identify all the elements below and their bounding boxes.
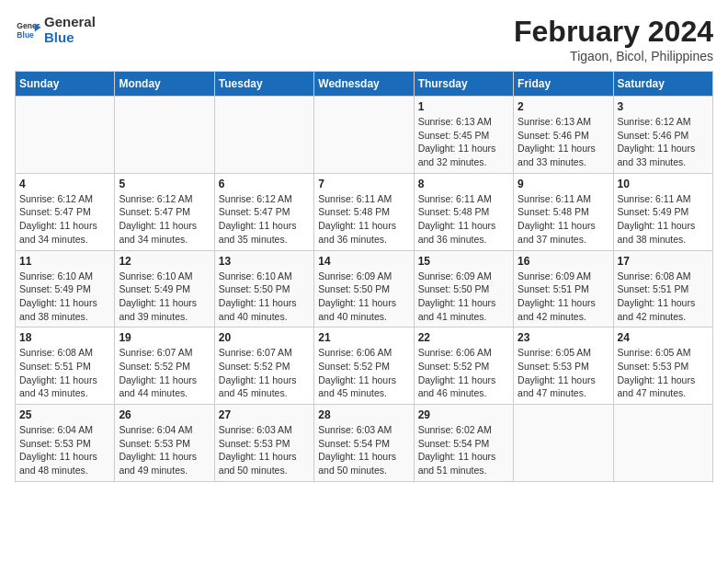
day-number: 12 bbox=[119, 255, 210, 268]
table-cell: 6Sunrise: 6:12 AM Sunset: 5:47 PM Daylig… bbox=[214, 173, 313, 250]
day-info: Sunrise: 6:04 AM Sunset: 5:53 PM Dayligh… bbox=[19, 423, 110, 477]
day-number: 5 bbox=[119, 178, 210, 190]
col-monday: Monday bbox=[115, 72, 214, 97]
table-cell: 13Sunrise: 6:10 AM Sunset: 5:50 PM Dayli… bbox=[214, 250, 313, 327]
logo-icon: General Blue bbox=[15, 17, 40, 43]
table-cell: 11Sunrise: 6:10 AM Sunset: 5:49 PM Dayli… bbox=[16, 250, 115, 327]
table-cell: 16Sunrise: 6:09 AM Sunset: 5:51 PM Dayli… bbox=[514, 250, 613, 327]
day-number: 11 bbox=[19, 255, 110, 268]
table-cell bbox=[115, 97, 214, 174]
table-cell: 8Sunrise: 6:11 AM Sunset: 5:48 PM Daylig… bbox=[414, 173, 513, 250]
day-info: Sunrise: 6:03 AM Sunset: 5:54 PM Dayligh… bbox=[318, 423, 409, 477]
day-info: Sunrise: 6:11 AM Sunset: 5:49 PM Dayligh… bbox=[618, 192, 709, 247]
day-info: Sunrise: 6:05 AM Sunset: 5:53 PM Dayligh… bbox=[518, 346, 609, 400]
table-cell: 20Sunrise: 6:07 AM Sunset: 5:52 PM Dayli… bbox=[214, 327, 313, 405]
day-info: Sunrise: 6:13 AM Sunset: 5:46 PM Dayligh… bbox=[518, 115, 609, 169]
table-cell: 3Sunrise: 6:12 AM Sunset: 5:46 PM Daylig… bbox=[613, 97, 712, 174]
day-number: 17 bbox=[618, 255, 709, 268]
table-cell: 19Sunrise: 6:07 AM Sunset: 5:52 PM Dayli… bbox=[115, 327, 214, 405]
table-cell: 4Sunrise: 6:12 AM Sunset: 5:47 PM Daylig… bbox=[16, 173, 115, 250]
table-cell: 9Sunrise: 6:11 AM Sunset: 5:48 PM Daylig… bbox=[514, 173, 613, 250]
table-cell: 17Sunrise: 6:08 AM Sunset: 5:51 PM Dayli… bbox=[613, 250, 712, 327]
day-info: Sunrise: 6:08 AM Sunset: 5:51 PM Dayligh… bbox=[19, 346, 110, 400]
week-row-1: 1Sunrise: 6:13 AM Sunset: 5:45 PM Daylig… bbox=[16, 97, 713, 174]
day-info: Sunrise: 6:09 AM Sunset: 5:51 PM Dayligh… bbox=[518, 270, 609, 324]
col-friday: Friday bbox=[514, 72, 613, 97]
day-info: Sunrise: 6:04 AM Sunset: 5:53 PM Dayligh… bbox=[119, 423, 210, 477]
day-number: 14 bbox=[318, 255, 409, 268]
week-row-4: 18Sunrise: 6:08 AM Sunset: 5:51 PM Dayli… bbox=[16, 327, 713, 405]
table-cell: 14Sunrise: 6:09 AM Sunset: 5:50 PM Dayli… bbox=[314, 250, 414, 327]
day-number: 13 bbox=[219, 255, 310, 268]
calendar-header-row: Sunday Monday Tuesday Wednesday Thursday… bbox=[16, 72, 713, 97]
table-cell: 22Sunrise: 6:06 AM Sunset: 5:52 PM Dayli… bbox=[414, 327, 513, 405]
day-number: 6 bbox=[219, 178, 310, 190]
day-number: 2 bbox=[518, 100, 609, 113]
table-cell: 18Sunrise: 6:08 AM Sunset: 5:51 PM Dayli… bbox=[16, 327, 115, 405]
day-number: 16 bbox=[518, 255, 609, 268]
day-info: Sunrise: 6:12 AM Sunset: 5:47 PM Dayligh… bbox=[19, 192, 110, 247]
week-row-3: 11Sunrise: 6:10 AM Sunset: 5:49 PM Dayli… bbox=[16, 250, 713, 327]
day-info: Sunrise: 6:12 AM Sunset: 5:47 PM Dayligh… bbox=[219, 192, 310, 247]
table-cell: 12Sunrise: 6:10 AM Sunset: 5:49 PM Dayli… bbox=[115, 250, 214, 327]
location: Tigaon, Bicol, Philippines bbox=[514, 49, 713, 63]
day-info: Sunrise: 6:03 AM Sunset: 5:53 PM Dayligh… bbox=[219, 423, 310, 477]
table-cell: 28Sunrise: 6:03 AM Sunset: 5:54 PM Dayli… bbox=[314, 405, 414, 482]
logo-general: General bbox=[44, 14, 96, 29]
day-info: Sunrise: 6:11 AM Sunset: 5:48 PM Dayligh… bbox=[518, 192, 609, 247]
table-cell: 24Sunrise: 6:05 AM Sunset: 5:53 PM Dayli… bbox=[613, 327, 712, 405]
table-cell: 29Sunrise: 6:02 AM Sunset: 5:54 PM Dayli… bbox=[414, 405, 513, 482]
week-row-2: 4Sunrise: 6:12 AM Sunset: 5:47 PM Daylig… bbox=[16, 173, 713, 250]
title-block: February 2024 Tigaon, Bicol, Philippines bbox=[514, 15, 713, 63]
table-cell: 26Sunrise: 6:04 AM Sunset: 5:53 PM Dayli… bbox=[115, 405, 214, 482]
table-cell: 10Sunrise: 6:11 AM Sunset: 5:49 PM Dayli… bbox=[613, 173, 712, 250]
day-number: 24 bbox=[618, 331, 709, 344]
day-info: Sunrise: 6:06 AM Sunset: 5:52 PM Dayligh… bbox=[418, 346, 509, 400]
day-number: 21 bbox=[318, 331, 409, 344]
day-number: 22 bbox=[418, 331, 509, 344]
col-saturday: Saturday bbox=[613, 72, 712, 97]
day-number: 19 bbox=[119, 331, 210, 344]
day-info: Sunrise: 6:05 AM Sunset: 5:53 PM Dayligh… bbox=[618, 346, 709, 400]
day-number: 7 bbox=[318, 178, 409, 190]
day-info: Sunrise: 6:10 AM Sunset: 5:49 PM Dayligh… bbox=[119, 270, 210, 324]
table-cell bbox=[314, 97, 414, 174]
day-number: 4 bbox=[19, 178, 110, 190]
logo: General Blue General Blue bbox=[15, 15, 96, 45]
day-number: 3 bbox=[618, 100, 709, 113]
day-info: Sunrise: 6:11 AM Sunset: 5:48 PM Dayligh… bbox=[318, 192, 409, 247]
day-number: 27 bbox=[219, 408, 310, 421]
col-thursday: Thursday bbox=[414, 72, 513, 97]
day-number: 23 bbox=[518, 331, 609, 344]
table-cell: 1Sunrise: 6:13 AM Sunset: 5:45 PM Daylig… bbox=[414, 97, 513, 174]
day-info: Sunrise: 6:07 AM Sunset: 5:52 PM Dayligh… bbox=[119, 346, 210, 400]
day-info: Sunrise: 6:07 AM Sunset: 5:52 PM Dayligh… bbox=[219, 346, 310, 400]
col-wednesday: Wednesday bbox=[314, 72, 414, 97]
calendar-table: Sunday Monday Tuesday Wednesday Thursday… bbox=[15, 71, 713, 482]
day-number: 18 bbox=[19, 331, 110, 344]
day-info: Sunrise: 6:02 AM Sunset: 5:54 PM Dayligh… bbox=[418, 423, 509, 477]
col-tuesday: Tuesday bbox=[214, 72, 313, 97]
day-number: 8 bbox=[418, 178, 509, 190]
table-cell: 23Sunrise: 6:05 AM Sunset: 5:53 PM Dayli… bbox=[514, 327, 613, 405]
day-info: Sunrise: 6:08 AM Sunset: 5:51 PM Dayligh… bbox=[618, 270, 709, 324]
day-number: 9 bbox=[518, 178, 609, 190]
day-number: 20 bbox=[219, 331, 310, 344]
month-year: February 2024 bbox=[514, 15, 713, 49]
week-row-5: 25Sunrise: 6:04 AM Sunset: 5:53 PM Dayli… bbox=[16, 405, 713, 482]
table-cell bbox=[514, 405, 613, 482]
day-info: Sunrise: 6:11 AM Sunset: 5:48 PM Dayligh… bbox=[418, 192, 509, 247]
table-cell bbox=[214, 97, 313, 174]
table-cell bbox=[16, 97, 115, 174]
day-info: Sunrise: 6:10 AM Sunset: 5:49 PM Dayligh… bbox=[19, 270, 110, 324]
table-cell: 27Sunrise: 6:03 AM Sunset: 5:53 PM Dayli… bbox=[214, 405, 313, 482]
day-info: Sunrise: 6:09 AM Sunset: 5:50 PM Dayligh… bbox=[318, 270, 409, 324]
table-cell: 25Sunrise: 6:04 AM Sunset: 5:53 PM Dayli… bbox=[16, 405, 115, 482]
day-number: 10 bbox=[618, 178, 709, 190]
day-info: Sunrise: 6:09 AM Sunset: 5:50 PM Dayligh… bbox=[418, 270, 509, 324]
table-cell: 21Sunrise: 6:06 AM Sunset: 5:52 PM Dayli… bbox=[314, 327, 414, 405]
day-number: 1 bbox=[418, 100, 509, 113]
day-number: 15 bbox=[418, 255, 509, 268]
logo-blue: Blue bbox=[44, 30, 96, 46]
table-cell: 2Sunrise: 6:13 AM Sunset: 5:46 PM Daylig… bbox=[514, 97, 613, 174]
